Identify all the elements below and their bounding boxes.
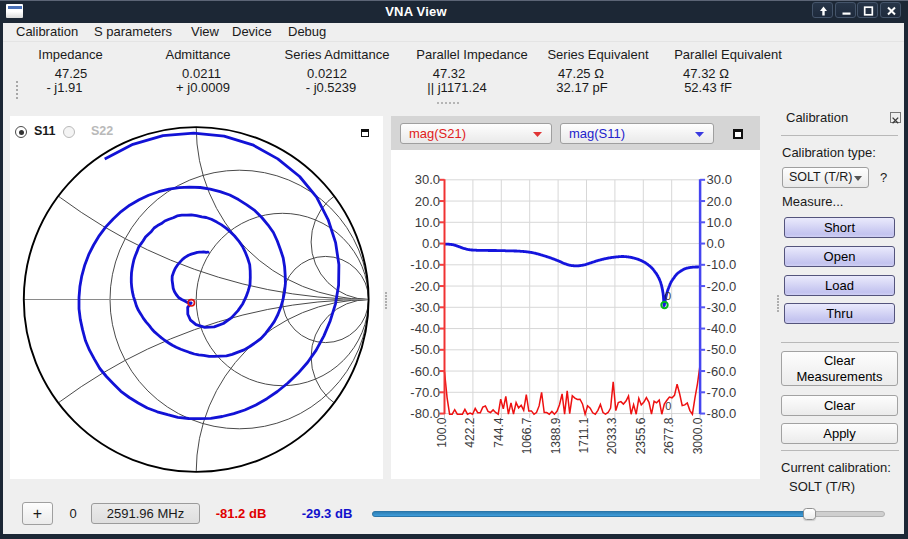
svg-text:-10.0: -10.0 xyxy=(410,257,440,272)
svg-text:-40.0: -40.0 xyxy=(707,321,737,336)
svg-text:0.0: 0.0 xyxy=(707,236,725,251)
svg-text:-30.0: -30.0 xyxy=(707,299,737,314)
svg-text:1711.1: 1711.1 xyxy=(577,417,591,453)
svg-text:-50.0: -50.0 xyxy=(410,342,440,357)
svg-text:2677.8: 2677.8 xyxy=(662,417,676,454)
svg-text:-60.0: -60.0 xyxy=(707,363,737,378)
svg-text:0.0: 0.0 xyxy=(422,236,440,251)
svg-text:20.0: 20.0 xyxy=(415,193,440,208)
svg-text:1066.7: 1066.7 xyxy=(520,417,534,454)
svg-text:422.2: 422.2 xyxy=(464,417,478,447)
svg-text:1388.9: 1388.9 xyxy=(549,417,563,454)
svg-text:100.0: 100.0 xyxy=(435,417,449,447)
svg-text:20.0: 20.0 xyxy=(707,193,732,208)
svg-text:2033.3: 2033.3 xyxy=(606,417,620,454)
svg-text:-70.0: -70.0 xyxy=(410,384,440,399)
svg-text:-40.0: -40.0 xyxy=(410,321,440,336)
svg-text:3000.0: 3000.0 xyxy=(691,417,705,454)
svg-text:-20.0: -20.0 xyxy=(410,278,440,293)
svg-text:-10.0: -10.0 xyxy=(707,257,737,272)
svg-text:-20.0: -20.0 xyxy=(707,278,737,293)
svg-text:-70.0: -70.0 xyxy=(707,384,737,399)
svg-text:30.0: 30.0 xyxy=(415,172,440,187)
svg-text:-60.0: -60.0 xyxy=(410,363,440,378)
svg-text:30.0: 30.0 xyxy=(707,172,732,187)
svg-text:10.0: 10.0 xyxy=(415,214,440,229)
svg-text:10.0: 10.0 xyxy=(707,214,732,229)
svg-text:-30.0: -30.0 xyxy=(410,299,440,314)
svg-text:0: 0 xyxy=(665,289,671,301)
svg-text:744.4: 744.4 xyxy=(492,417,506,447)
svg-text:-50.0: -50.0 xyxy=(707,342,737,357)
svg-text:2355.6: 2355.6 xyxy=(634,417,648,454)
svg-text:0: 0 xyxy=(665,399,671,411)
svg-text:-80.0: -80.0 xyxy=(707,406,737,421)
